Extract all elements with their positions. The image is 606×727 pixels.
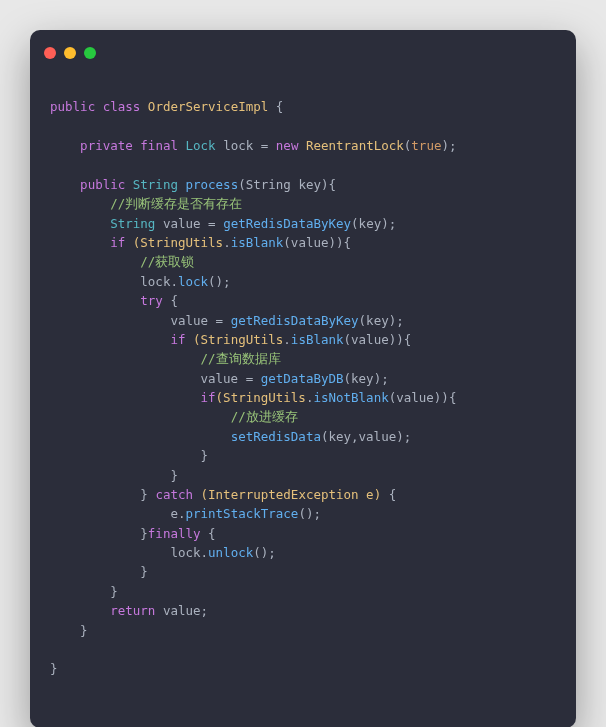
punct: (key); <box>351 216 396 231</box>
keyword: finally <box>148 526 201 541</box>
punct: = <box>261 138 269 153</box>
class-name: (StringUtils <box>193 332 283 347</box>
code-block: public class OrderServiceImpl { private … <box>30 64 576 727</box>
punct: (key); <box>344 371 389 386</box>
class-name: (StringUtils <box>133 235 223 250</box>
keyword: catch <box>155 487 193 502</box>
punct: (key); <box>359 313 404 328</box>
keyword: class <box>103 99 141 114</box>
method: getRedisDataByKey <box>223 216 351 231</box>
punct: } <box>201 448 209 463</box>
method: process <box>185 177 238 192</box>
type: String <box>133 177 178 192</box>
punct: = <box>208 216 216 231</box>
class-name: ReentrantLock <box>306 138 404 153</box>
comment: //获取锁 <box>140 254 194 269</box>
punct: (); <box>208 274 231 289</box>
method: lock <box>178 274 208 289</box>
punct: = <box>246 371 254 386</box>
comment: //判断缓存是否有存在 <box>110 196 242 211</box>
type: String <box>110 216 155 231</box>
close-icon[interactable] <box>44 47 56 59</box>
keyword: private <box>80 138 133 153</box>
punct: } <box>50 661 58 676</box>
punct: } <box>170 468 178 483</box>
punct: (); <box>298 506 321 521</box>
keyword: if <box>201 390 216 405</box>
ident: lock. <box>170 545 208 560</box>
class-name: (StringUtils <box>216 390 306 405</box>
keyword: final <box>140 138 178 153</box>
ident: lock. <box>140 274 178 289</box>
punct: } <box>140 564 148 579</box>
method: printStackTrace <box>185 506 298 521</box>
punct: (String key){ <box>238 177 336 192</box>
window-titlebar <box>30 30 576 64</box>
keyword: public <box>80 177 125 192</box>
punct: (key,value); <box>321 429 411 444</box>
punct: ); <box>441 138 456 153</box>
punct: { <box>170 293 178 308</box>
method: setRedisData <box>231 429 321 444</box>
punct: (value)){ <box>389 390 457 405</box>
punct: = <box>216 313 224 328</box>
maximize-icon[interactable] <box>84 47 96 59</box>
method: getDataByDB <box>261 371 344 386</box>
punct: } <box>80 623 88 638</box>
punct: (value)){ <box>283 235 351 250</box>
method: getRedisDataByKey <box>231 313 359 328</box>
type: Lock <box>186 138 216 153</box>
method: isBlank <box>291 332 344 347</box>
method: isNotBlank <box>313 390 388 405</box>
punct: } <box>140 487 148 502</box>
ident: value <box>163 216 201 231</box>
ident: lock <box>223 138 253 153</box>
punct: . <box>223 235 231 250</box>
method: isBlank <box>231 235 284 250</box>
keyword: return <box>110 603 155 618</box>
method: unlock <box>208 545 253 560</box>
ident: value <box>201 371 239 386</box>
comment: //放进缓存 <box>231 409 298 424</box>
punct: { <box>208 526 216 541</box>
punct: (); <box>253 545 276 560</box>
keyword: public <box>50 99 95 114</box>
keyword: if <box>170 332 185 347</box>
code-window: public class OrderServiceImpl { private … <box>30 30 576 727</box>
ident: value; <box>163 603 208 618</box>
ident: value <box>170 313 208 328</box>
keyword: new <box>276 138 299 153</box>
punct: } <box>110 584 118 599</box>
class-name: (InterruptedException e) <box>201 487 382 502</box>
keyword: try <box>140 293 163 308</box>
ident: e. <box>170 506 185 521</box>
punct: { <box>276 99 284 114</box>
punct: (value)){ <box>344 332 412 347</box>
punct: } <box>140 526 148 541</box>
punct: { <box>389 487 397 502</box>
bool: true <box>411 138 441 153</box>
punct: . <box>283 332 291 347</box>
minimize-icon[interactable] <box>64 47 76 59</box>
keyword: if <box>110 235 125 250</box>
class-name: OrderServiceImpl <box>148 99 268 114</box>
comment: //查询数据库 <box>201 351 281 366</box>
